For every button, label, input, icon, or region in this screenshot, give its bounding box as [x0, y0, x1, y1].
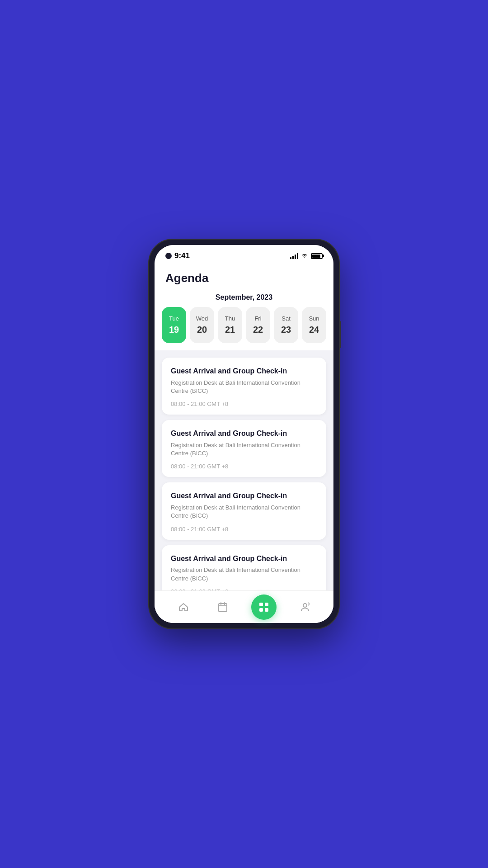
day-name-wed: Wed — [196, 315, 208, 322]
day-number-wed: 20 — [197, 325, 207, 335]
day-name-sun: Sun — [309, 315, 319, 322]
volume-button — [339, 321, 341, 348]
day-number-tue: 19 — [169, 325, 179, 335]
nav-fab[interactable] — [251, 594, 277, 620]
nav-calendar[interactable] — [212, 596, 234, 618]
nav-profile[interactable] — [294, 596, 316, 618]
day-number-sat: 23 — [281, 325, 291, 335]
event-location: Registration Desk at Bali International … — [171, 441, 317, 458]
event-title: Guest Arrival and Group Check-in — [171, 554, 317, 564]
svg-rect-4 — [259, 603, 263, 606]
phone-frame: 9:41 — [149, 240, 339, 628]
events-list: Guest Arrival and Group Check-in Registr… — [155, 350, 333, 623]
nav-home[interactable] — [173, 596, 194, 618]
day-number-thu: 21 — [225, 325, 235, 335]
day-item-fri[interactable]: Fri 22 — [246, 307, 270, 343]
day-item-wed[interactable]: Wed 20 — [190, 307, 214, 343]
calendar-icon — [217, 602, 228, 613]
phone-screen: 9:41 — [155, 245, 333, 623]
day-number-sun: 24 — [309, 325, 319, 335]
month-label: September, 2023 — [155, 289, 333, 307]
day-item-tue[interactable]: Tue 19 — [162, 307, 186, 343]
day-item-sun[interactable]: Sun 24 — [302, 307, 326, 343]
day-item-thu[interactable]: Thu 21 — [218, 307, 242, 343]
wifi-icon — [301, 253, 308, 259]
status-bar: 9:41 — [155, 245, 333, 264]
page-title: Agenda — [165, 271, 323, 285]
event-card[interactable]: Guest Arrival and Group Check-in Registr… — [162, 358, 326, 415]
day-name-sat: Sat — [282, 315, 291, 322]
day-item-sat[interactable]: Sat 23 — [274, 307, 298, 343]
battery-icon — [311, 253, 323, 259]
event-time: 08:00 - 21:00 GMT +8 — [171, 526, 317, 533]
svg-rect-0 — [219, 604, 227, 612]
event-location: Registration Desk at Bali International … — [171, 566, 317, 582]
day-picker: Tue 19 Wed 20 Thu 21 Fri 22 Sat 23 — [155, 307, 333, 350]
camera-dot — [165, 253, 172, 259]
day-name-thu: Thu — [225, 315, 235, 322]
svg-rect-7 — [265, 608, 268, 612]
day-number-fri: 22 — [253, 325, 263, 335]
profile-icon — [300, 602, 310, 613]
event-location: Registration Desk at Bali International … — [171, 379, 317, 395]
event-title: Guest Arrival and Group Check-in — [171, 429, 317, 439]
grid-icon — [258, 601, 270, 613]
event-title: Guest Arrival and Group Check-in — [171, 491, 317, 501]
event-time: 08:00 - 21:00 GMT +8 — [171, 463, 317, 470]
svg-rect-6 — [259, 608, 263, 612]
battery-fill — [312, 255, 320, 258]
event-title: Guest Arrival and Group Check-in — [171, 367, 317, 376]
signal-icon — [290, 253, 298, 259]
day-name-tue: Tue — [169, 315, 179, 322]
status-icons — [290, 253, 323, 259]
bottom-nav — [155, 590, 333, 623]
day-name-fri: Fri — [254, 315, 261, 322]
event-card[interactable]: Guest Arrival and Group Check-in Registr… — [162, 482, 326, 539]
event-card[interactable]: Guest Arrival and Group Check-in Registr… — [162, 420, 326, 477]
home-icon — [178, 602, 189, 613]
svg-rect-5 — [265, 603, 268, 606]
app-header: Agenda — [155, 264, 333, 289]
status-time: 9:41 — [165, 251, 190, 260]
event-time: 08:00 - 21:00 GMT +8 — [171, 401, 317, 407]
svg-point-8 — [303, 604, 307, 607]
app-content: Agenda September, 2023 Tue 19 Wed 20 Thu… — [155, 264, 333, 623]
event-location: Registration Desk at Bali International … — [171, 504, 317, 520]
time-label: 9:41 — [174, 251, 190, 260]
